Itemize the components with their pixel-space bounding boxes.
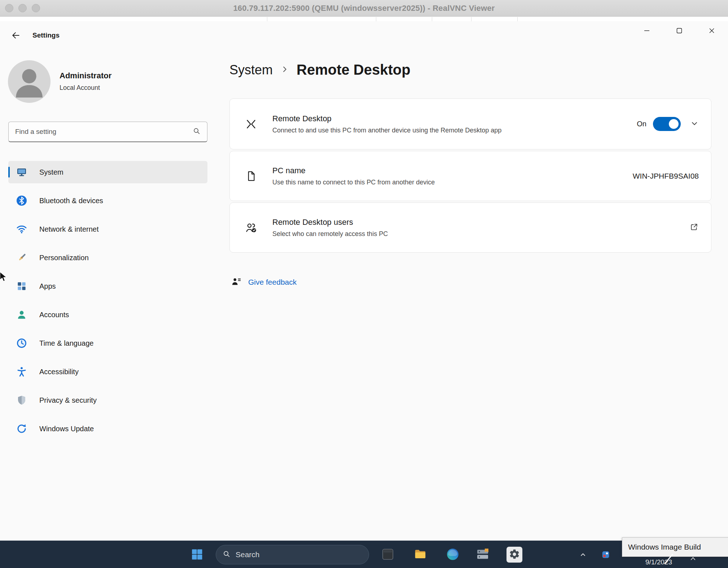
tray-app-icon	[601, 550, 611, 561]
settings-window: Settings Administrator Local	[0, 21, 728, 541]
start-button[interactable]	[189, 547, 205, 563]
mac-close-button[interactable]	[5, 4, 13, 12]
sidebar-item-label: Time & language	[39, 339, 93, 348]
sidebar-item-apps[interactable]: Apps	[8, 275, 207, 297]
breadcrumb: System Remote Desktop	[229, 62, 411, 78]
breadcrumb-system[interactable]: System	[229, 62, 273, 78]
accessibility-icon	[16, 366, 27, 377]
sidebar-item-bluetooth-devices[interactable]: Bluetooth & devices	[8, 189, 207, 212]
chevron-right-icon	[281, 65, 289, 75]
card-subtitle: Select who can remotely access this PC	[272, 230, 689, 238]
remote-desktop-users-text: Remote Desktop users Select who can remo…	[272, 218, 689, 238]
artifact-tick	[471, 17, 472, 21]
taskbar-app-file-explorer[interactable]	[412, 547, 428, 563]
main-content: System Remote Desktop Remote Desktop Con…	[229, 21, 711, 541]
sidebar-item-time-language[interactable]: Time & language	[8, 332, 207, 354]
sidebar-item-label: Accessibility	[39, 368, 79, 376]
chevron-up-icon	[579, 551, 587, 559]
mac-zoom-button[interactable]	[32, 4, 40, 12]
search-input[interactable]	[9, 128, 193, 136]
paintbrush-icon	[16, 252, 27, 263]
taskbar-app-edge[interactable]	[445, 547, 461, 563]
taskbar-tooltip: Windows Image Build	[622, 537, 728, 557]
person-icon	[8, 98, 51, 103]
pc-name-icon	[230, 170, 272, 182]
sidebar-item-personalization[interactable]: Personalization	[8, 246, 207, 269]
sidebar-item-label: Windows Update	[39, 425, 94, 433]
dark-window-icon	[381, 547, 395, 562]
remote-desktop-toggle[interactable]	[653, 117, 681, 131]
edge-icon	[446, 547, 460, 562]
sidebar-item-label: Personalization	[39, 254, 89, 262]
sidebar-item-label: Network & internet	[39, 225, 99, 233]
screen: 160.79.117.202:5900 (QEMU (windowsserver…	[0, 0, 728, 568]
card-title: Remote Desktop users	[272, 218, 689, 227]
mouse-cursor	[0, 271, 8, 284]
search-icon	[193, 127, 201, 136]
tray-caret-icon	[690, 556, 696, 563]
sidebar-item-label: System	[39, 168, 63, 176]
sidebar-item-label: Apps	[39, 282, 56, 290]
taskbar-app-settings[interactable]	[506, 547, 522, 563]
taskbar-app-dark-window[interactable]	[380, 547, 396, 563]
mac-minimize-button[interactable]	[18, 4, 27, 12]
card-subtitle: Connect to and use this PC from another …	[272, 127, 637, 134]
vnc-titlebar: 160.79.117.202:5900 (QEMU (windowsserver…	[0, 0, 728, 17]
server-manager-icon	[475, 547, 490, 563]
taskbar-search-label: Search	[236, 550, 260, 559]
sidebar-item-accessibility[interactable]: Accessibility	[8, 361, 207, 383]
folder-icon	[413, 547, 427, 562]
tray-chevron-up-button[interactable]	[577, 549, 589, 561]
vnc-window-title: 160.79.117.202:5900 (QEMU (windowsserver…	[233, 4, 495, 13]
remote-desktop-users-icon	[230, 221, 272, 234]
sidebar-nav: System Bluetooth & devices Network & int…	[8, 161, 207, 446]
update-icon	[16, 423, 27, 434]
mac-traffic-lights	[5, 4, 40, 12]
sidebar-item-system[interactable]: System	[8, 161, 207, 183]
external-link-icon	[689, 222, 699, 233]
tray-app-button[interactable]	[600, 549, 612, 561]
windows-logo-icon	[190, 548, 203, 562]
user-name: Administrator	[60, 71, 111, 80]
sidebar-item-label: Privacy & security	[39, 396, 97, 405]
vnc-toolbar-strip	[0, 17, 728, 21]
wifi-icon	[16, 223, 27, 235]
sidebar-item-windows-update[interactable]: Windows Update	[8, 418, 207, 440]
chevron-down-icon	[690, 119, 699, 129]
sidebar-item-network-internet[interactable]: Network & internet	[8, 218, 207, 240]
page-title: Remote Desktop	[297, 62, 411, 78]
sidebar-item-accounts[interactable]: Accounts	[8, 303, 207, 326]
give-feedback-link[interactable]: Give feedback	[231, 276, 297, 288]
shield-icon	[16, 394, 27, 406]
pc-name-value: WIN-JPHFB9SAI08	[633, 172, 699, 180]
sidebar-item-privacy-security[interactable]: Privacy & security	[8, 389, 207, 411]
apps-icon	[16, 280, 27, 292]
artifact-tick	[432, 17, 432, 21]
taskbar: Search	[0, 541, 728, 568]
artifact-tick	[267, 17, 267, 21]
sidebar-item-label: Accounts	[39, 311, 69, 319]
toggle-state-label: On	[637, 120, 646, 128]
pc-name-text: PC name Use this name to connect to this…	[272, 166, 633, 186]
card-subtitle: Use this name to connect to this PC from…	[272, 179, 633, 186]
artifact-tick	[517, 17, 518, 21]
expand-chevron[interactable]	[690, 119, 699, 129]
external-link-wrap	[689, 222, 699, 233]
artifact-tick	[376, 17, 376, 21]
feedback-label: Give feedback	[248, 278, 297, 287]
clock-icon	[16, 337, 27, 349]
sidebar: Administrator Local Account System	[8, 21, 207, 541]
remote-desktop-users-card[interactable]: Remote Desktop users Select who can remo…	[229, 202, 711, 253]
toggle-knob	[669, 119, 679, 129]
feedback-icon	[231, 276, 242, 288]
cards: Remote Desktop Connect to and use this P…	[229, 99, 711, 254]
taskbar-app-server-manager[interactable]	[475, 547, 491, 563]
user-account-type: Local Account	[60, 84, 100, 92]
remote-desktop-controls: On	[637, 117, 699, 131]
accounts-icon	[16, 309, 27, 320]
remote-desktop-card: Remote Desktop Connect to and use this P…	[229, 99, 711, 149]
sidebar-item-label: Bluetooth & devices	[39, 197, 103, 205]
taskbar-search[interactable]: Search	[216, 545, 369, 564]
avatar[interactable]	[8, 60, 51, 103]
gear-icon	[509, 549, 520, 561]
